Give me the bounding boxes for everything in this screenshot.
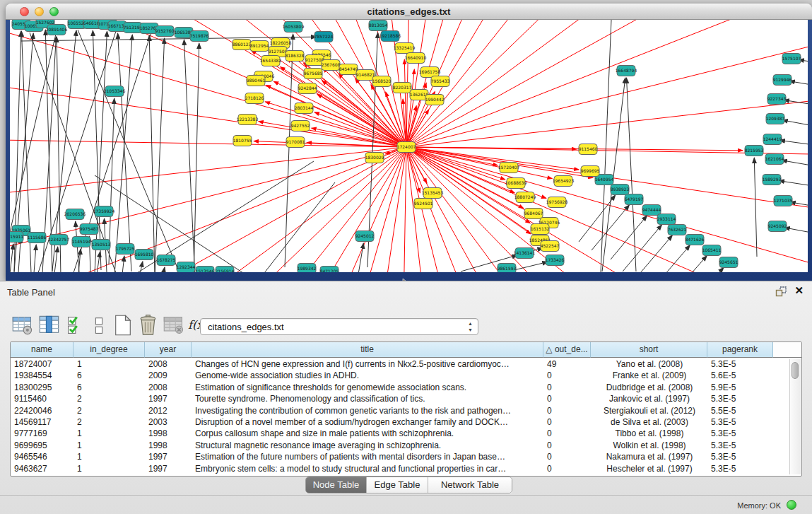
network-node[interactable]: 9975487	[80, 224, 99, 235]
network-node[interactable]: 21053346	[104, 86, 126, 97]
table-mode-button[interactable]	[11, 314, 34, 337]
network-node[interactable]: 18807249	[514, 192, 536, 203]
table-row[interactable]: 1938455462009Genome-wide association stu…	[11, 370, 801, 381]
tab-node-table[interactable]: Node Table	[306, 477, 367, 493]
network-node[interactable]: 9245012	[355, 231, 375, 242]
network-node[interactable]: 1810755	[233, 136, 252, 146]
network-node[interactable]: 1733426	[546, 255, 565, 266]
table-row[interactable]: 1830029562008Estimation of significance …	[11, 382, 801, 393]
network-node[interactable]: 8912954	[250, 41, 269, 52]
network-node[interactable]: 1513546	[196, 267, 215, 273]
network-node[interactable]: 2933114	[657, 214, 676, 225]
network-node[interactable]: 20206536	[64, 209, 86, 220]
network-node[interactable]: 9245092	[768, 221, 787, 232]
close-panel-icon[interactable]: ✕	[794, 284, 804, 297]
network-node[interactable]: 1271035	[774, 196, 793, 206]
network-node[interactable]: 8220317	[393, 83, 412, 93]
network-node[interactable]: 1244419	[763, 134, 782, 145]
tab-edge-table[interactable]: Edge Table	[367, 477, 428, 493]
network-node[interactable]: 9170081	[286, 137, 305, 148]
table-row[interactable]: 911546021997Tourette syndrome. Phenomeno…	[11, 393, 801, 404]
table-row[interactable]: 946362711997Embryonic stem cells: a mode…	[11, 463, 801, 474]
network-node[interactable]: 8454749	[339, 64, 358, 75]
network-node[interactable]: 7632621	[668, 225, 687, 235]
network-node[interactable]: 12342757	[48, 235, 70, 245]
network-node[interactable]: 9474444	[642, 205, 661, 216]
network-node[interactable]: 19654923	[553, 176, 575, 187]
network-node[interactable]: 8860123	[233, 40, 252, 50]
network-node[interactable]: 1589293	[763, 175, 782, 185]
network-node[interactable]: 1989342	[298, 264, 317, 273]
network-node[interactable]: 1065411	[702, 245, 722, 256]
network-node[interactable]: 7857224	[314, 32, 334, 42]
network-node[interactable]: 1830029	[365, 153, 384, 163]
network-node[interactable]: 1350513	[92, 240, 111, 250]
network-node[interactable]: 1990442	[425, 95, 445, 105]
network-node[interactable]: 2803144	[295, 103, 314, 114]
network-node[interactable]: 8938923	[611, 185, 630, 195]
network-graph[interactable]: 2405572100655315276022089140610655256466…	[10, 20, 808, 272]
network-node[interactable]: 9129946	[773, 75, 792, 86]
network-node[interactable]: 9861593	[498, 264, 517, 273]
vertical-scrollbar[interactable]	[789, 359, 801, 474]
network-node[interactable]: 1695810	[135, 250, 154, 260]
network-node[interactable]: 8813054	[369, 21, 388, 31]
float-panel-button[interactable]	[775, 286, 788, 297]
network-node[interactable]: 1292344	[177, 262, 196, 273]
network-node[interactable]: 1145194	[72, 237, 91, 247]
network-node[interactable]: 16640910	[405, 53, 427, 64]
network-node[interactable]: 1678275	[157, 255, 176, 266]
table-row[interactable]: 946554611997Estimation of the future num…	[11, 451, 801, 462]
network-node[interactable]: 7519876	[190, 31, 209, 42]
network-node[interactable]: 1615132	[531, 224, 550, 235]
select-all-button[interactable]	[65, 314, 88, 337]
network-node[interactable]: 16053809	[283, 22, 305, 33]
network-canvas[interactable]: 2405572100655315276022089140610655256466…	[10, 20, 808, 272]
network-node[interactable]: 6479197	[625, 194, 644, 205]
network-node[interactable]: 9684067	[524, 209, 543, 219]
network-node[interactable]: 9890461	[247, 76, 266, 86]
table-row[interactable]: 977716911998Corpus callosum shape and si…	[11, 428, 801, 439]
network-node[interactable]: 12213383	[237, 115, 259, 125]
network-node[interactable]: 15720407	[498, 163, 520, 173]
network-node[interactable]: 9115460	[579, 144, 598, 155]
show-column-button[interactable]	[38, 314, 61, 337]
scrollbar-thumb[interactable]	[792, 362, 799, 379]
network-node[interactable]: 9245651	[719, 257, 739, 268]
delete-column-button[interactable]	[137, 314, 160, 337]
network-hub-node[interactable]: 1724007	[397, 142, 416, 153]
network-node[interactable]: 17359924	[93, 206, 115, 217]
network-node[interactable]: 2718126	[245, 93, 264, 104]
network-node[interactable]: 2156914	[216, 267, 235, 273]
network-node[interactable]: 9524501	[414, 199, 433, 209]
table-row[interactable]: 969969511998Structural magnetic resonanc…	[11, 440, 801, 451]
network-node[interactable]: 9242844	[298, 83, 317, 94]
network-node[interactable]: 1621064	[765, 154, 784, 165]
network-node[interactable]: 1209387	[766, 114, 785, 124]
network-node[interactable]: 1115686	[28, 233, 47, 243]
network-node[interactable]: 14136141	[514, 248, 536, 259]
table-source-dropdown[interactable]: citations_edges.txt ▲▼	[200, 318, 478, 335]
window-titlebar[interactable]: citations_edges.txt	[6, 4, 812, 20]
column-header-year[interactable]: year	[145, 342, 192, 358]
network-node[interactable]: 10688639	[505, 178, 527, 189]
column-header-name[interactable]: name	[11, 342, 73, 358]
network-node[interactable]: 15135453	[422, 188, 444, 199]
network-node[interactable]: 9427552	[291, 121, 310, 132]
network-node[interactable]: 9675685	[304, 69, 323, 79]
network-node[interactable]: 20891406	[46, 25, 68, 35]
network-node[interactable]: 9699695	[581, 166, 600, 177]
network-node[interactable]: 13325419	[394, 43, 416, 54]
column-header-title[interactable]: title	[192, 342, 543, 358]
network-node[interactable]: 2367608	[322, 60, 341, 71]
new-column-button[interactable]	[112, 314, 134, 337]
network-node[interactable]: 8471626	[686, 235, 705, 245]
network-node[interactable]: 4522547	[541, 241, 560, 252]
tab-network-table[interactable]: Network Table	[428, 477, 512, 493]
delete-table-button[interactable]	[163, 314, 185, 337]
deselect-all-button[interactable]	[88, 314, 110, 337]
column-header-in-degree[interactable]: in_degree	[73, 342, 145, 358]
table-row[interactable]: 1456911722003Disruption of a novel membe…	[11, 416, 801, 428]
network-node[interactable]: 7955433	[431, 76, 450, 87]
column-header-pagerank[interactable]: pagerank	[707, 342, 773, 358]
